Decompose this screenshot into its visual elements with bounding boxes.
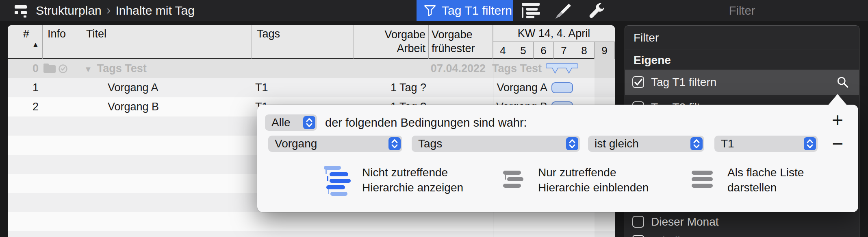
row-work: 1 Tag ?: [354, 78, 426, 97]
match-mode-select[interactable]: Alle: [265, 114, 317, 131]
breadcrumb-separator-icon: ›: [106, 2, 111, 18]
table-row[interactable]: 1 Vorgang A T1 1 Tag ? Vorgang A: [8, 78, 615, 97]
magnifier-icon[interactable]: [836, 76, 849, 89]
gantt-day-cell: 7: [554, 42, 574, 59]
sort-ascending-icon: ▲: [32, 41, 39, 49]
checkbox-checked[interactable]: [632, 76, 644, 88]
column-header-info[interactable]: Info: [43, 25, 81, 59]
clock-icon: [58, 64, 68, 74]
column-header-titel[interactable]: Titel: [81, 25, 252, 59]
gantt-bar-label: Vorgang A: [446, 78, 547, 97]
breadcrumb[interactable]: Strukturplan › Inhalte mit Tag: [36, 0, 195, 21]
paintbrush-icon[interactable]: [554, 3, 577, 18]
filter-item-tag-t1[interactable]: Tag T1 filtern: [625, 70, 859, 95]
filter-item-erledigt[interactable]: Erledigt: [625, 231, 859, 237]
flat-list-icon: [691, 170, 714, 194]
toolbar: Strukturplan › Inhalte mit Tag Tag T1 fi…: [0, 0, 868, 21]
gantt-day-cell: 5: [513, 42, 534, 59]
folder-icon: [43, 65, 56, 73]
gantt-task-bar[interactable]: [551, 82, 573, 93]
stepper-chevrons-icon: [804, 137, 816, 150]
inspector-title: Filter: [625, 0, 859, 21]
filter-item-dieser-monat[interactable]: Dieser Monat: [625, 212, 859, 231]
column-header-tags[interactable]: Tags: [252, 25, 354, 59]
add-condition-button[interactable]: +: [825, 112, 850, 128]
match-description: der folgenden Bedingungen sind wahr:: [325, 114, 527, 131]
gantt-day-cell: 8: [574, 42, 595, 59]
stepper-chevrons-icon: [566, 137, 578, 150]
active-filter-label: Tag T1 filtern: [442, 4, 512, 18]
gantt-bar-label: Tags Test: [440, 59, 542, 78]
popover-arrow: [828, 94, 847, 105]
remove-condition-button[interactable]: −: [825, 136, 850, 152]
column-header-num[interactable]: # ▲: [8, 25, 43, 59]
table-empty-row: [8, 231, 615, 237]
table-row-group[interactable]: 0 ▼Tags Test 07.04.2022 Tags Test: [8, 59, 615, 78]
gantt-day-cell-weekend: 9: [595, 42, 615, 59]
gantt-summary-bar[interactable]: [546, 63, 578, 74]
column-header-vorgabe-arbeit[interactable]: Vorgabe Arbeit: [354, 25, 429, 59]
outline-options-icon[interactable]: [521, 3, 544, 18]
app-window: Strukturplan › Inhalte mit Tag Tag T1 fi…: [0, 0, 868, 237]
wbs-view-icon[interactable]: [15, 4, 31, 17]
row-info-icons: [43, 59, 81, 78]
disclosure-triangle-icon[interactable]: ▼: [84, 65, 92, 74]
active-filter-button[interactable]: Tag T1 filtern: [417, 0, 513, 21]
breadcrumb-root[interactable]: Strukturplan: [36, 4, 102, 18]
option-show-nonmatching-hierarchy[interactable]: Nicht zutreffende Hierarchie anzeigen: [321, 165, 472, 200]
condition-field-select[interactable]: Tags: [412, 136, 580, 152]
filter-panel-title: Filter: [625, 26, 859, 50]
row-title: Vorgang A: [108, 78, 158, 97]
filter-condition-popover: Alle der folgenden Bedingungen sind wahr…: [257, 105, 858, 212]
checkbox-unchecked[interactable]: [632, 216, 644, 228]
gantt-timescale: KW 14, 4. April 4 5 6 7 8 9: [493, 25, 615, 59]
row-tags: T1: [255, 78, 268, 97]
stepper-chevrons-icon: [690, 137, 703, 150]
gantt-day-cell: 6: [534, 42, 554, 59]
table-header: # ▲ Info Titel Tags Vorgabe Arbeit Vorga…: [8, 25, 615, 59]
column-header-vorgabe-fruehester-start[interactable]: Vorgabe frühester Start: [429, 25, 493, 59]
breadcrumb-current[interactable]: Inhalte mit Tag: [115, 4, 195, 18]
hierarchy-blue-icon: [321, 165, 348, 200]
stepper-chevrons-icon: [303, 116, 315, 129]
checkbox-unchecked[interactable]: [632, 235, 644, 237]
gantt-week-label: KW 14, 4. April: [493, 25, 615, 42]
gantt-day-cell: 4: [493, 42, 513, 59]
wrench-icon[interactable]: [588, 3, 610, 18]
condition-operator-select[interactable]: ist gleich: [588, 136, 704, 152]
stepper-chevrons-icon: [388, 137, 401, 150]
option-flat-list[interactable]: Als flache Liste darstellen: [691, 165, 821, 195]
filter-section-eigene: Eigene: [625, 50, 859, 70]
condition-subject-select[interactable]: Vorgang: [268, 136, 402, 152]
table-empty-row: [8, 212, 615, 231]
row-title: Tags Test: [97, 62, 147, 75]
row-title: Vorgang B: [108, 97, 159, 116]
hierarchy-gray-icon: [501, 170, 524, 194]
option-show-only-matching-hierarchy[interactable]: Nur zutreffende Hierarchie einblenden: [501, 165, 660, 195]
condition-value-select[interactable]: T1: [714, 136, 818, 152]
funnel-icon: [423, 4, 437, 18]
